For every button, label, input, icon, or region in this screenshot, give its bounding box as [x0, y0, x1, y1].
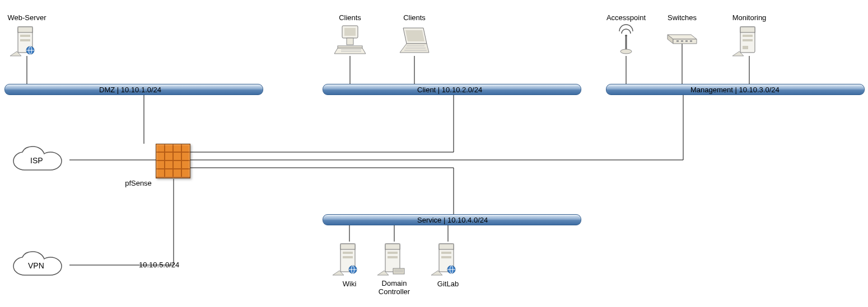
laptop-client-icon	[396, 23, 430, 57]
monitoring-server-icon	[732, 23, 766, 57]
desktop-client-icon	[333, 23, 367, 57]
isp-label: ISP	[30, 156, 43, 165]
dc-label: Domain Controller	[379, 280, 410, 296]
svg-rect-43	[740, 27, 755, 32]
pfsense-label: pfSense	[125, 179, 152, 187]
svg-rect-44	[743, 35, 753, 37]
clients2-label: Clients	[403, 13, 426, 22]
svg-rect-20	[18, 27, 32, 32]
dc-server-icon	[377, 242, 411, 277]
vpn-subnet-label: 10.10.5.0/24	[139, 261, 179, 269]
web-server-icon	[10, 23, 44, 57]
wiki-server-icon	[333, 242, 366, 277]
svg-rect-40	[685, 40, 688, 42]
gitlab-label: GitLab	[437, 280, 459, 288]
firewall-icon	[156, 144, 189, 177]
svg-rect-64	[441, 256, 451, 258]
vpn-label: VPN	[28, 261, 44, 270]
svg-rect-56	[388, 252, 398, 254]
web-server-label: Web-Server	[7, 13, 46, 22]
svg-rect-48	[340, 244, 355, 249]
svg-point-35	[625, 35, 627, 37]
accesspoint-label: Accesspoint	[606, 13, 646, 22]
svg-rect-21	[20, 35, 30, 37]
svg-rect-55	[385, 244, 400, 249]
service-segment: Service | 10.10.4.0/24	[323, 214, 581, 225]
svg-rect-27	[344, 28, 356, 36]
svg-rect-39	[681, 40, 683, 42]
svg-rect-38	[676, 40, 679, 42]
svg-rect-63	[441, 252, 451, 254]
svg-rect-41	[690, 40, 692, 42]
dmz-segment: DMZ | 10.10.1.0/24	[4, 84, 263, 95]
client-segment: Client | 10.10.2.0/24	[323, 84, 581, 95]
svg-rect-22	[20, 39, 30, 41]
svg-rect-50	[343, 256, 353, 258]
clients1-label: Clients	[339, 13, 361, 22]
switches-label: Switches	[668, 13, 697, 22]
svg-rect-28	[347, 38, 353, 45]
dmz-segment-label: DMZ | 10.10.1.0/24	[95, 84, 161, 95]
gitlab-server-icon	[431, 242, 465, 277]
switches-icon	[665, 27, 699, 49]
svg-rect-62	[439, 244, 454, 249]
svg-point-37	[620, 49, 632, 54]
accesspoint-icon	[609, 23, 643, 57]
management-segment-label: Management | 10.10.3.0/24	[686, 84, 780, 95]
svg-rect-45	[743, 39, 753, 41]
svg-rect-57	[388, 256, 398, 258]
svg-rect-49	[343, 252, 353, 254]
client-segment-label: Client | 10.10.2.0/24	[413, 84, 482, 95]
management-segment: Management | 10.10.3.0/24	[606, 84, 865, 95]
monitoring-label: Monitoring	[732, 13, 767, 22]
service-segment-label: Service | 10.10.4.0/24	[413, 215, 488, 225]
svg-rect-58	[393, 268, 404, 274]
svg-rect-46	[743, 46, 748, 49]
svg-rect-29	[338, 46, 362, 48]
wiki-label: Wiki	[343, 280, 357, 288]
